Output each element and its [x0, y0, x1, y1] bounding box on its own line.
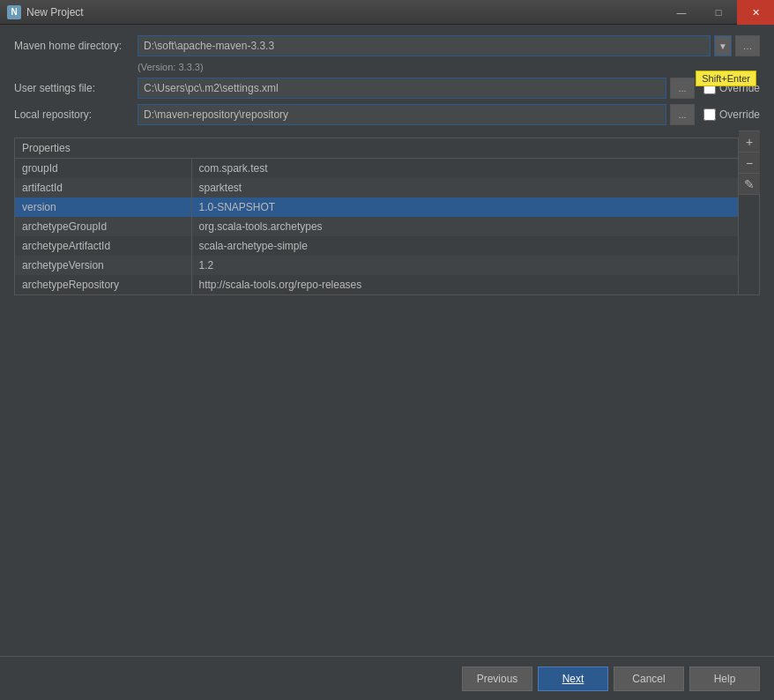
- title-bar-text: New Project: [26, 6, 84, 19]
- local-repo-override-label: Override: [719, 108, 760, 121]
- add-property-button[interactable]: +: [739, 131, 760, 153]
- table-row[interactable]: groupIdcom.spark.test: [15, 159, 738, 178]
- next-button[interactable]: Next: [538, 666, 608, 691]
- maven-home-row: Maven home directory: ▼ …: [14, 35, 760, 56]
- maven-home-dropdown-button[interactable]: ▼: [714, 35, 732, 56]
- app-icon: N: [7, 5, 21, 19]
- remove-property-button[interactable]: −: [739, 153, 760, 174]
- properties-table-container: Properties groupIdcom.spark.testartifact…: [14, 138, 739, 295]
- properties-action-buttons: + − ✎: [739, 130, 760, 295]
- maven-version-text: (Version: 3.3.3): [138, 62, 760, 72]
- user-settings-browse-button[interactable]: ...: [670, 78, 695, 99]
- table-row[interactable]: archetypeVersion1.2: [15, 256, 738, 275]
- table-row[interactable]: archetypeGroupIdorg.scala-tools.archetyp…: [15, 217, 738, 236]
- cancel-button[interactable]: Cancel: [614, 666, 684, 691]
- dialog-footer: Previous Next Cancel Help: [0, 656, 774, 700]
- maximize-button[interactable]: □: [700, 0, 737, 25]
- local-repo-override-wrap: Override: [703, 108, 760, 121]
- maven-home-input[interactable]: [138, 35, 711, 56]
- title-bar-controls: — □ ✕: [663, 0, 774, 25]
- table-row[interactable]: artifactIdsparktest: [15, 178, 738, 197]
- edit-property-button[interactable]: ✎: [739, 174, 760, 195]
- local-repo-label: Local repository:: [14, 108, 138, 121]
- local-repo-row: Local repository: ... Override: [14, 104, 760, 125]
- properties-table: groupIdcom.spark.testartifactIdsparktest…: [15, 159, 738, 294]
- table-row[interactable]: archetypeArtifactIdscala-archetype-simpl…: [15, 236, 738, 256]
- local-repo-input[interactable]: [138, 104, 666, 125]
- shift-tooltip: Shift+Enter: [696, 71, 756, 86]
- local-repo-browse-button[interactable]: ...: [670, 104, 695, 125]
- local-repo-override-checkbox[interactable]: [703, 108, 716, 121]
- user-settings-row: User settings file: ... Override: [14, 78, 760, 99]
- table-row[interactable]: archetypeRepositoryhttp://scala-tools.or…: [15, 275, 738, 294]
- user-settings-label: User settings file:: [14, 82, 138, 94]
- previous-button[interactable]: Previous: [462, 666, 532, 691]
- maven-home-label: Maven home directory:: [14, 40, 138, 52]
- table-row[interactable]: version1.0-SNAPSHOT: [15, 197, 738, 217]
- user-settings-input-wrap: ... Override: [138, 78, 760, 99]
- dialog-content: Maven home directory: ▼ … Shift+Enter (V…: [0, 25, 774, 656]
- properties-header: Properties: [15, 138, 738, 159]
- maven-home-browse-button[interactable]: …: [735, 35, 760, 56]
- maven-home-input-wrap: ▼ …: [138, 35, 760, 56]
- close-button[interactable]: ✕: [737, 0, 774, 25]
- properties-section: Properties groupIdcom.spark.testartifact…: [14, 130, 760, 295]
- title-bar: N New Project — □ ✕: [0, 0, 774, 25]
- user-settings-input[interactable]: [138, 78, 666, 99]
- local-repo-input-wrap: ... Override: [138, 104, 760, 125]
- help-button[interactable]: Help: [689, 666, 760, 691]
- minimize-button[interactable]: —: [663, 0, 700, 25]
